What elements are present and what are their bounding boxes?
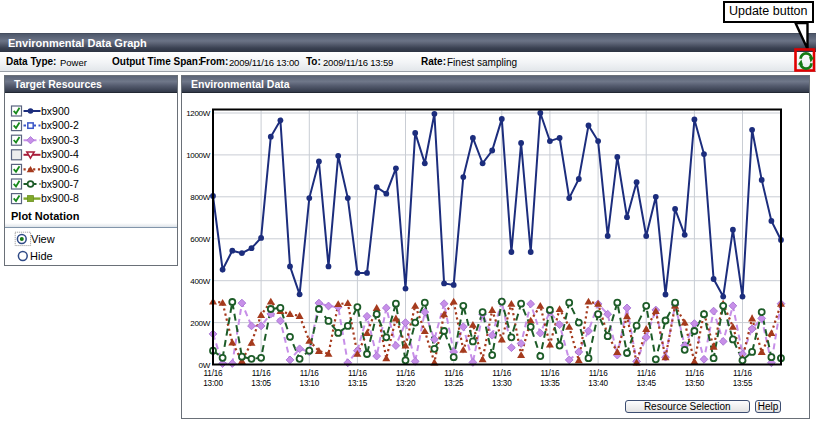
svg-text:1200W: 1200W: [186, 109, 211, 118]
svg-text:11/16: 11/16: [685, 369, 705, 378]
svg-text:11/16: 11/16: [252, 369, 272, 378]
svg-text:400W: 400W: [190, 277, 210, 286]
svg-text:11/16: 11/16: [444, 369, 464, 378]
svg-text:11/16: 11/16: [540, 369, 560, 378]
svg-text:13:25: 13:25: [444, 379, 464, 388]
svg-text:11/16: 11/16: [348, 369, 368, 378]
svg-text:13:00: 13:00: [203, 379, 223, 388]
svg-text:13:35: 13:35: [540, 379, 560, 388]
svg-text:13:20: 13:20: [396, 379, 416, 388]
svg-text:11/16: 11/16: [204, 369, 224, 378]
svg-text:11/16: 11/16: [733, 369, 753, 378]
svg-text:13:30: 13:30: [492, 379, 512, 388]
svg-text:13:45: 13:45: [636, 379, 656, 388]
svg-text:1000W: 1000W: [186, 151, 211, 160]
svg-text:11/16: 11/16: [492, 369, 512, 378]
svg-text:13:55: 13:55: [733, 379, 753, 388]
svg-text:13:50: 13:50: [685, 379, 705, 388]
svg-text:13:40: 13:40: [588, 379, 608, 388]
svg-text:13:05: 13:05: [251, 379, 271, 388]
svg-text:11/16: 11/16: [589, 369, 609, 378]
svg-text:0W: 0W: [199, 361, 211, 370]
svg-text:13:15: 13:15: [348, 379, 368, 388]
svg-text:11/16: 11/16: [396, 369, 416, 378]
svg-text:11/16: 11/16: [300, 369, 320, 378]
svg-text:11/16: 11/16: [637, 369, 657, 378]
svg-text:200W: 200W: [190, 319, 210, 328]
svg-text:800W: 800W: [190, 193, 210, 202]
svg-text:13:10: 13:10: [300, 379, 320, 388]
svg-text:600W: 600W: [190, 235, 210, 244]
